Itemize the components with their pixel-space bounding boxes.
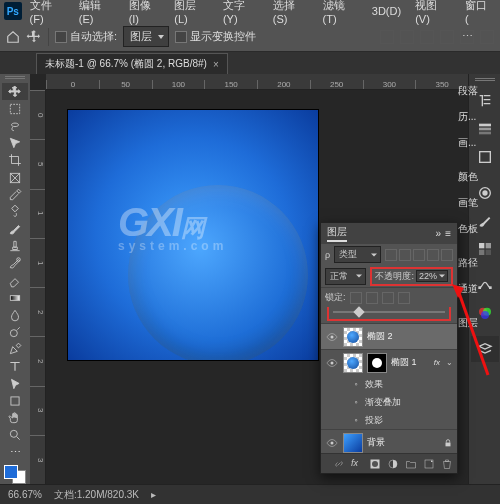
- fx-item-row[interactable]: ◦ 渐变叠加: [321, 393, 457, 411]
- filter-type-icon[interactable]: [413, 249, 425, 261]
- status-chevron-icon[interactable]: ▸: [151, 489, 156, 500]
- visibility-toggle-icon[interactable]: [325, 356, 339, 370]
- slider-thumb[interactable]: [354, 306, 365, 317]
- lock-artboard-icon[interactable]: [382, 292, 394, 304]
- stamp-tool[interactable]: [2, 238, 28, 255]
- layer-thumbnail[interactable]: [343, 353, 363, 373]
- align-icon[interactable]: [440, 30, 454, 44]
- layers-panel-header[interactable]: 图层 » ≡: [321, 223, 457, 243]
- menu-image[interactable]: 图像(I): [123, 0, 167, 27]
- layer-thumbnail[interactable]: [343, 327, 363, 347]
- collapsed-panel-layers[interactable]: [471, 336, 499, 362]
- new-layer-icon[interactable]: [423, 458, 435, 470]
- fx-badge[interactable]: fx: [434, 358, 440, 367]
- menu-layer[interactable]: 图层(L): [168, 0, 215, 27]
- collapsed-panel-history[interactable]: [471, 116, 499, 142]
- layer-row[interactable]: 椭圆 1 fx ⌄: [321, 349, 457, 375]
- history-brush-tool[interactable]: [2, 255, 28, 272]
- collapsed-panel-swatches[interactable]: [471, 236, 499, 262]
- color-swatch[interactable]: [4, 465, 26, 484]
- align-icon[interactable]: [400, 30, 414, 44]
- collapsed-panel-brushes[interactable]: [471, 208, 499, 234]
- foreground-color[interactable]: [4, 465, 18, 479]
- collapsed-panel-channels[interactable]: [471, 300, 499, 326]
- filter-adjust-icon[interactable]: [399, 249, 411, 261]
- layer-name[interactable]: 椭圆 2: [367, 330, 453, 343]
- move-tool[interactable]: [2, 83, 28, 100]
- layer-name[interactable]: 椭圆 1: [391, 356, 430, 369]
- filter-pixel-icon[interactable]: [385, 249, 397, 261]
- artboard[interactable]: GXI网 system.com: [68, 110, 318, 360]
- collapsed-panel-paths[interactable]: [471, 272, 499, 298]
- menu-type[interactable]: 文字(Y): [217, 0, 265, 27]
- menu-3d[interactable]: 3D(D): [366, 3, 407, 19]
- collapsed-panel-color[interactable]: [471, 180, 499, 206]
- layer-name[interactable]: 背景: [367, 436, 439, 449]
- home-icon[interactable]: [6, 30, 20, 44]
- group-icon[interactable]: [405, 458, 417, 470]
- lock-all-icon[interactable]: [398, 292, 410, 304]
- document-tab[interactable]: 未标题-1 @ 66.7% (椭圆 2, RGB/8#) ×: [36, 53, 228, 74]
- collapse-icon[interactable]: »: [436, 228, 442, 239]
- panel-grip[interactable]: [475, 78, 495, 84]
- auto-select-target-dropdown[interactable]: 图层: [123, 26, 169, 47]
- fx-icon[interactable]: fx: [351, 458, 363, 470]
- dodge-tool[interactable]: [2, 324, 28, 341]
- mask-icon[interactable]: [369, 458, 381, 470]
- more-icon[interactable]: ⋯: [460, 30, 474, 44]
- fx-toggle-icon[interactable]: ◦: [351, 415, 361, 425]
- lock-position-icon[interactable]: [366, 292, 378, 304]
- panel-grip[interactable]: [5, 76, 25, 81]
- document-info[interactable]: 文档:1.20M/820.3K: [54, 488, 139, 502]
- marquee-tool[interactable]: [2, 100, 28, 117]
- edit-toolbar[interactable]: ⋯: [2, 444, 28, 461]
- menu-window[interactable]: 窗口(: [459, 0, 496, 27]
- blur-tool[interactable]: [2, 306, 28, 323]
- hand-tool[interactable]: [2, 409, 28, 426]
- opacity-slider[interactable]: [327, 307, 451, 321]
- fx-chevron-icon[interactable]: ⌄: [446, 358, 453, 367]
- pen-tool[interactable]: [2, 341, 28, 358]
- menu-filter[interactable]: 滤镜(T): [317, 0, 364, 27]
- menu-edit[interactable]: 编辑(E): [73, 0, 121, 27]
- brush-tool[interactable]: [2, 221, 28, 238]
- collapsed-panel-paragraph[interactable]: [471, 88, 499, 114]
- layer-thumbnail[interactable]: [343, 433, 363, 453]
- fx-toggle-icon[interactable]: ◦: [351, 397, 361, 407]
- eraser-tool[interactable]: [2, 272, 28, 289]
- close-tab-icon[interactable]: ×: [213, 59, 219, 70]
- menu-select[interactable]: 选择(S): [267, 0, 315, 27]
- link-layers-icon[interactable]: [333, 458, 345, 470]
- adjustment-icon[interactable]: [387, 458, 399, 470]
- fx-item-row[interactable]: ◦ 投影: [321, 411, 457, 429]
- delete-layer-icon[interactable]: [441, 458, 453, 470]
- filter-smart-icon[interactable]: [441, 249, 453, 261]
- crop-tool[interactable]: [2, 152, 28, 169]
- twirl-icon[interactable]: ◦: [351, 379, 361, 389]
- shape-tool[interactable]: [2, 392, 28, 409]
- type-tool[interactable]: [2, 358, 28, 375]
- gradient-tool[interactable]: [2, 289, 28, 306]
- visibility-toggle-icon[interactable]: [325, 436, 339, 450]
- zoom-level[interactable]: 66.67%: [8, 489, 42, 500]
- layer-filter-kind-dropdown[interactable]: 类型: [334, 246, 381, 263]
- quick-select-tool[interactable]: [2, 135, 28, 152]
- filter-shape-icon[interactable]: [427, 249, 439, 261]
- path-select-tool[interactable]: [2, 375, 28, 392]
- lasso-tool[interactable]: [2, 118, 28, 135]
- layer-mask-thumbnail[interactable]: [367, 353, 387, 373]
- align-icon[interactable]: [420, 30, 434, 44]
- layer-row[interactable]: 椭圆 2: [321, 323, 457, 349]
- panel-menu-icon[interactable]: ≡: [445, 228, 451, 239]
- zoom-tool[interactable]: [2, 427, 28, 444]
- fx-header-row[interactable]: ◦ 效果: [321, 375, 457, 393]
- layer-row-background[interactable]: 背景: [321, 429, 457, 453]
- menu-file[interactable]: 文件(F): [24, 0, 71, 27]
- opacity-value-input[interactable]: 22%: [416, 270, 448, 282]
- ruler-vertical[interactable]: 05112233: [30, 90, 46, 484]
- frame-tool[interactable]: [2, 169, 28, 186]
- align-icon[interactable]: [380, 30, 394, 44]
- lock-pixels-icon[interactable]: [350, 292, 362, 304]
- auto-select-checkbox[interactable]: 自动选择:: [55, 29, 117, 44]
- collapsed-panel-libraries[interactable]: [471, 144, 499, 170]
